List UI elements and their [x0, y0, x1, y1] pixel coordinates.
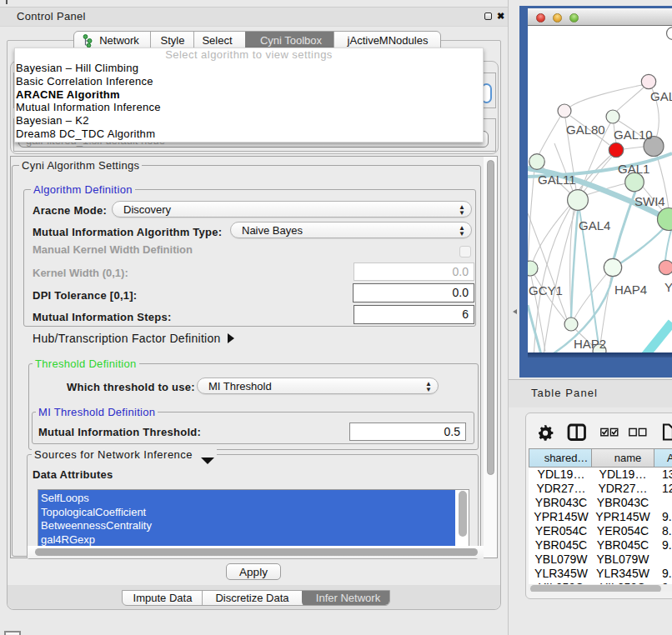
svg-text:GAL10: GAL10 [614, 128, 653, 142]
svg-text:GCY1: GCY1 [529, 283, 563, 298]
svg-text:HAP4: HAP4 [614, 282, 647, 297]
svg-text:GAL80: GAL80 [566, 122, 605, 137]
svg-text:SWI4: SWI4 [634, 194, 665, 208]
svg-text:GAL11: GAL11 [538, 172, 576, 187]
svg-text:GAL7: GAL7 [650, 89, 672, 103]
svg-text:GAL4: GAL4 [579, 218, 610, 232]
svg-text:GAL1: GAL1 [618, 162, 649, 176]
svg-text:HAP2: HAP2 [574, 337, 606, 351]
svg-text:Y: Y [664, 280, 672, 294]
